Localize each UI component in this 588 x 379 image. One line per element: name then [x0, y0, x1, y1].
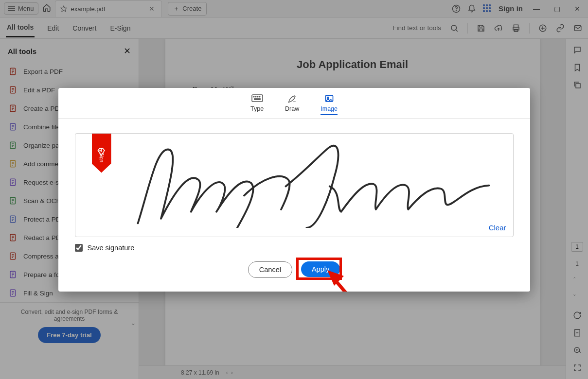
save-signature-checkbox[interactable] — [75, 244, 83, 252]
ribbon-text: Sign — [99, 153, 104, 162]
annotation-arrow-icon — [327, 270, 366, 292]
tab-draw[interactable]: Draw — [285, 94, 299, 115]
save-signature-label: Save signature — [88, 244, 135, 252]
keyboard-icon — [251, 94, 263, 103]
svg-rect-25 — [252, 95, 263, 102]
clear-signature-link[interactable]: Clear — [489, 224, 506, 232]
tab-image[interactable]: Image — [321, 94, 338, 115]
sign-ribbon: Sign — [92, 133, 111, 173]
svg-rect-30 — [254, 99, 260, 100]
svg-point-28 — [257, 96, 258, 97]
svg-point-29 — [259, 96, 260, 97]
svg-marker-34 — [327, 270, 344, 286]
save-signature-row: Save signature — [58, 242, 530, 252]
pen-icon — [286, 94, 298, 103]
image-icon — [323, 94, 335, 103]
modal-overlay: Type Draw Image Sign Clear Save sign — [0, 0, 588, 379]
svg-point-26 — [253, 96, 254, 97]
tab-type-label: Type — [250, 105, 264, 112]
cancel-button[interactable]: Cancel — [248, 261, 292, 278]
signature-canvas[interactable]: Sign Clear — [75, 133, 514, 237]
signature-image — [124, 136, 494, 228]
tab-draw-label: Draw — [285, 105, 299, 112]
signature-tabs: Type Draw Image — [58, 88, 530, 119]
tab-image-label: Image — [321, 105, 338, 112]
svg-point-27 — [255, 96, 256, 97]
tab-type[interactable]: Type — [250, 94, 264, 115]
signature-modal: Type Draw Image Sign Clear Save sign — [58, 88, 530, 292]
svg-point-32 — [327, 97, 328, 98]
